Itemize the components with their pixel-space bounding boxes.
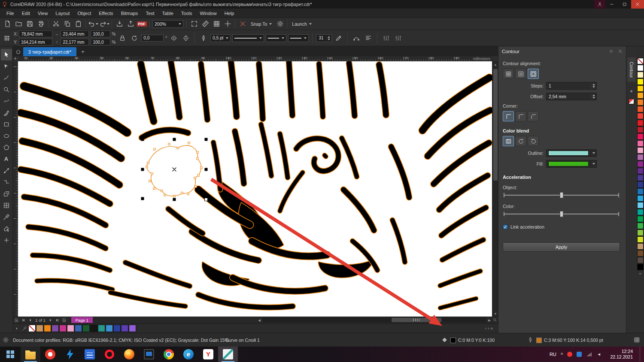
color-swatch[interactable] — [98, 325, 105, 332]
contour-outside-button[interactable] — [528, 69, 539, 79]
tray-expand-icon[interactable]: ^ — [561, 352, 563, 358]
color-swatch[interactable] — [637, 106, 644, 112]
taskbar-browser-red[interactable] — [40, 347, 60, 362]
new-document[interactable] — [2, 19, 13, 29]
canvas[interactable] — [18, 61, 492, 317]
horizontal-scrollbar[interactable] — [263, 317, 486, 323]
taskbar-coreldraw[interactable] — [218, 347, 238, 362]
smooth-tool[interactable] — [1, 72, 12, 84]
taskbar-monitor[interactable] — [139, 347, 159, 362]
polygon-tool[interactable] — [1, 142, 12, 153]
quick-zoom-icon[interactable] — [492, 317, 498, 323]
menu-edit[interactable]: Edit — [18, 9, 34, 18]
undo[interactable] — [88, 19, 99, 29]
freehand-tool[interactable] — [1, 95, 12, 107]
scroll-up-icon[interactable]: ▲ — [492, 61, 498, 67]
color-settings-icon[interactable] — [634, 337, 641, 344]
color-swatch[interactable] — [637, 216, 644, 222]
horizontal-ruler[interactable]: millimeters 2030405060708090100110120130… — [18, 56, 492, 61]
start-button[interactable] — [0, 347, 21, 362]
contour-to-center-button[interactable] — [503, 69, 514, 79]
drop-shadow-tool[interactable] — [1, 188, 12, 199]
color-swatch[interactable] — [44, 325, 51, 332]
color-swatch[interactable] — [82, 325, 90, 332]
cut[interactable] — [50, 19, 61, 29]
color-swatch[interactable] — [637, 188, 644, 195]
color-swatch[interactable] — [129, 325, 136, 332]
scale-v-field[interactable]: 100,0 — [91, 39, 110, 45]
color-swatch[interactable] — [637, 78, 644, 85]
clock[interactable]: 12:24 22.12.2021 — [608, 349, 635, 360]
launch[interactable]: Launch — [289, 21, 314, 27]
object-acceleration-slider[interactable] — [504, 192, 619, 199]
color-swatch[interactable] — [637, 264, 644, 270]
menu-text[interactable]: Text — [142, 9, 158, 18]
pen-settings-icon[interactable] — [334, 33, 344, 43]
object-height-field[interactable]: 22,177 mm — [61, 39, 89, 45]
contour-docker-tab[interactable]: Contour — [627, 57, 636, 82]
corner-round-button[interactable] — [515, 111, 526, 121]
color-swatch[interactable] — [637, 65, 644, 71]
menu-bitmaps[interactable]: Bitmaps — [117, 9, 142, 18]
offset-input[interactable]: 2,54 mm — [546, 93, 597, 100]
menu-object[interactable]: Object — [73, 9, 95, 18]
mirror-horizontal-icon[interactable] — [169, 33, 179, 43]
eyedropper-tool[interactable] — [1, 211, 12, 223]
scroll-right-icon[interactable]: ▸ — [487, 317, 492, 323]
link-acceleration-checkbox[interactable]: ✓ Link acceleration — [503, 224, 620, 229]
print[interactable] — [35, 19, 46, 29]
ruler-origin[interactable] — [13, 56, 18, 61]
menu-view[interactable]: View — [34, 9, 52, 18]
copy[interactable] — [61, 19, 73, 29]
object-width-field[interactable]: 23,464 mm — [61, 30, 89, 37]
color-swatch[interactable] — [637, 229, 644, 236]
lock-ratio-icon[interactable] — [117, 33, 128, 43]
publish-to-pdf[interactable]: PDF — [136, 19, 147, 29]
export[interactable] — [125, 19, 136, 29]
object-position-icon[interactable] — [2, 33, 12, 43]
color-swatch[interactable] — [637, 202, 644, 208]
status-options-icon[interactable] — [3, 337, 9, 344]
menu-table[interactable]: Table — [158, 9, 177, 18]
add-page-icon[interactable] — [13, 317, 20, 323]
outline-width-combo[interactable]: 0,5 pt — [210, 34, 231, 42]
docker-close-icon[interactable] — [618, 49, 623, 54]
color-swatch[interactable] — [637, 133, 644, 140]
end-arrowhead-combo[interactable] — [288, 34, 309, 42]
fill-indicator-icon[interactable] — [441, 337, 448, 344]
no-color-swatch[interactable] — [637, 58, 644, 64]
wrap-text-icon[interactable] — [351, 33, 361, 43]
transparency-tool[interactable] — [1, 199, 12, 211]
paste[interactable] — [73, 19, 84, 29]
outline-color-combo[interactable] — [546, 149, 597, 157]
full-screen-preview[interactable] — [188, 19, 200, 29]
menu-effects[interactable]: Effects — [95, 9, 117, 18]
add-docker-icon[interactable]: + — [630, 88, 633, 94]
fill-color-combo[interactable] — [546, 160, 597, 168]
line-style-combo[interactable] — [232, 34, 264, 42]
color-swatch[interactable] — [90, 325, 97, 332]
ellipse-tool[interactable] — [1, 130, 12, 142]
rectangle-tool[interactable] — [1, 118, 12, 130]
color-swatch[interactable] — [637, 209, 644, 215]
color-swatch[interactable] — [637, 92, 644, 99]
minimize-button[interactable] — [605, 0, 618, 9]
taskbar-zona[interactable] — [60, 347, 80, 362]
last-page-icon[interactable] — [54, 317, 61, 323]
color-swatch[interactable] — [637, 154, 644, 160]
palette-eyedropper-icon[interactable] — [21, 325, 28, 332]
zoom-tool[interactable] — [1, 84, 12, 95]
rotation-angle-field[interactable]: 0,0 — [141, 35, 164, 42]
taskbar-notebook[interactable] — [80, 347, 100, 362]
tray-app-icon-blue[interactable] — [577, 352, 582, 357]
options[interactable] — [274, 19, 286, 29]
mirror-vertical-icon[interactable] — [181, 33, 191, 43]
color-acceleration-slider[interactable] — [504, 211, 619, 217]
effects-sliders-icon-2[interactable] — [393, 33, 403, 43]
effects-sliders-icon[interactable] — [381, 33, 391, 43]
menu-window[interactable]: Window — [196, 9, 221, 18]
document-tab[interactable]: 3 тигр-трафарет.cdr* — [23, 47, 76, 56]
home-tab-icon[interactable] — [14, 47, 22, 56]
next-page-icon[interactable] — [47, 317, 54, 323]
vertical-scrollbar[interactable]: ▲ ▼ — [492, 61, 498, 317]
